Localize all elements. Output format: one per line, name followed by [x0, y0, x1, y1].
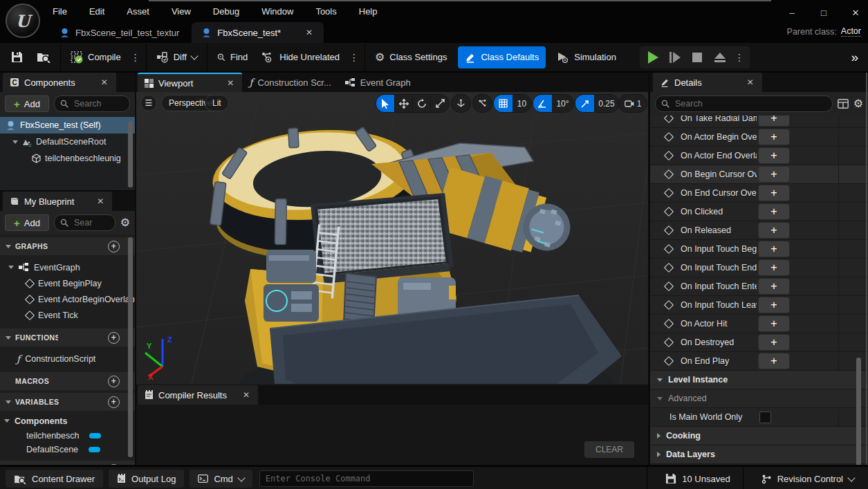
- my-blueprint-scrollbar[interactable]: [128, 237, 133, 457]
- add-event-button[interactable]: +: [758, 166, 790, 183]
- close-panel-icon[interactable]: ✕: [95, 196, 105, 206]
- viewport-3d[interactable]: Z Y X ☰ Perspective Lit: [136, 92, 648, 384]
- play-icon[interactable]: [648, 51, 658, 64]
- event-tick-item[interactable]: Event Tick: [0, 307, 135, 323]
- add-event-button[interactable]: +: [758, 259, 790, 276]
- tab-my-blueprint[interactable]: My Blueprint ✕: [3, 192, 112, 211]
- select-tool-icon[interactable]: [376, 95, 394, 112]
- display-options-icon[interactable]: [838, 99, 849, 109]
- event-row[interactable]: On Actor Hit+: [650, 315, 868, 333]
- tab-compiler-results[interactable]: Compiler Results ✕: [138, 385, 258, 405]
- tab-components[interactable]: C Components ✕: [3, 73, 116, 92]
- content-drawer-button[interactable]: Content Drawer: [6, 470, 103, 488]
- play-options-kebab-icon[interactable]: ⋮: [732, 52, 747, 63]
- macros-section-header[interactable]: MACROS +: [0, 372, 135, 390]
- output-log-button[interactable]: Output Log: [109, 470, 184, 488]
- add-event-button[interactable]: +: [758, 116, 790, 127]
- add-event-button[interactable]: +: [758, 353, 790, 369]
- tree-row-self[interactable]: FbxScene_test (Self): [0, 117, 135, 133]
- lit-button[interactable]: Lit: [205, 95, 229, 111]
- event-row[interactable]: On Begin Cursor Over+: [650, 165, 868, 184]
- construction-script-item[interactable]: ƒ ConstructionScript: [0, 351, 135, 367]
- event-row[interactable]: On Actor End Overlap+: [650, 147, 868, 165]
- my-blueprint-search-input[interactable]: [73, 217, 109, 228]
- add-function-icon[interactable]: +: [108, 332, 120, 344]
- components-search[interactable]: [54, 95, 130, 112]
- menu-edit[interactable]: Edit: [80, 1, 114, 21]
- event-row[interactable]: On Take Radial Damage +: [650, 116, 868, 128]
- eject-icon[interactable]: [714, 53, 726, 62]
- event-row[interactable]: On Clicked+: [650, 203, 868, 221]
- category-level-instance[interactable]: Level Instance: [650, 371, 868, 389]
- clear-button[interactable]: CLEAR: [584, 441, 634, 458]
- details-scrollbar[interactable]: [856, 358, 861, 465]
- details-search[interactable]: [655, 95, 833, 112]
- console-command-input[interactable]: [259, 470, 474, 487]
- tree-row-scene-root[interactable]: C DefaultSceneRoot: [0, 133, 135, 150]
- menu-asset[interactable]: Asset: [117, 1, 159, 21]
- graphs-section-header[interactable]: GRAPHS +: [0, 237, 135, 255]
- collapse-arrow-icon[interactable]: [6, 245, 11, 248]
- event-dispatchers-section-header[interactable]: EVENT DISPATCHERS +: [0, 461, 135, 465]
- add-event-button[interactable]: +: [758, 185, 790, 201]
- close-panel-icon[interactable]: ✕: [746, 77, 755, 87]
- add-event-button[interactable]: +: [758, 334, 790, 351]
- menu-tools[interactable]: Tools: [306, 1, 346, 21]
- simulation-button[interactable]: Simulation: [550, 46, 623, 68]
- stop-icon[interactable]: [692, 53, 702, 62]
- event-row[interactable]: On End Play+: [650, 352, 868, 371]
- add-event-button[interactable]: +: [758, 147, 790, 164]
- rotation-snap-icon[interactable]: [533, 95, 552, 112]
- close-icon[interactable]: ✕: [849, 6, 862, 19]
- expand-arrow-icon[interactable]: [12, 140, 18, 144]
- event-row[interactable]: On Destroyed+: [650, 333, 868, 352]
- add-graph-icon[interactable]: +: [108, 241, 120, 252]
- add-macro-icon[interactable]: +: [108, 376, 120, 387]
- grid-snap-value[interactable]: 10: [513, 95, 531, 112]
- minimize-icon[interactable]: –: [785, 6, 799, 19]
- rotate-tool-icon[interactable]: [412, 95, 430, 112]
- blueprint-settings-gear-icon[interactable]: ⚙: [120, 217, 130, 228]
- variable-type-pill[interactable]: [89, 433, 101, 439]
- menu-window[interactable]: Window: [252, 1, 303, 21]
- add-event-button[interactable]: +: [758, 315, 790, 332]
- unsaved-button[interactable]: * 10 Unsaved: [657, 470, 738, 488]
- asset-tab-fbxscene-test[interactable]: FbxScene_test* ✕: [192, 22, 324, 43]
- grid-snap-icon[interactable]: [494, 95, 513, 112]
- event-row[interactable]: On Actor Begin Overlap+: [650, 128, 868, 147]
- collapse-arrow-icon[interactable]: [6, 400, 11, 404]
- variable-type-pill[interactable]: [89, 447, 100, 452]
- close-tab-icon[interactable]: ✕: [241, 390, 251, 400]
- category-cooking[interactable]: Cooking: [650, 427, 868, 445]
- components-search-input[interactable]: [73, 98, 124, 109]
- rotation-snap-value[interactable]: 10°: [552, 95, 573, 112]
- maximize-icon[interactable]: □: [817, 6, 831, 19]
- revision-control-dropdown[interactable]: Revision Control: [753, 470, 862, 488]
- tab-construction-script[interactable]: ƒ Construction Scr...: [242, 73, 338, 92]
- event-row[interactable]: On Released+: [650, 221, 868, 240]
- details-search-input[interactable]: [674, 98, 827, 109]
- details-settings-gear-icon[interactable]: ⚙: [853, 98, 863, 109]
- surface-snapping-icon[interactable]: [472, 94, 492, 113]
- eventgraph-item[interactable]: EventGraph: [0, 259, 135, 275]
- add-event-button[interactable]: +: [758, 222, 790, 239]
- collapse-arrow-icon[interactable]: [8, 266, 14, 269]
- add-event-button[interactable]: +: [758, 297, 790, 313]
- components-scrollbar[interactable]: [128, 121, 133, 187]
- collapse-arrow-icon[interactable]: [6, 336, 11, 340]
- move-tool-icon[interactable]: [394, 95, 412, 112]
- variables-section-header[interactable]: VARIABLES +: [0, 393, 135, 411]
- tab-details[interactable]: Details ✕: [653, 73, 762, 92]
- browse-asset-button[interactable]: [30, 46, 57, 68]
- scale-snap-value[interactable]: 0.25: [594, 95, 619, 112]
- category-advanced[interactable]: Advanced: [650, 389, 868, 408]
- menu-debug[interactable]: Debug: [203, 1, 249, 21]
- tab-viewport[interactable]: Viewport ✕: [138, 73, 242, 92]
- add-event-button[interactable]: +: [758, 278, 790, 295]
- unreal-logo-icon[interactable]: U: [6, 3, 40, 38]
- add-component-button[interactable]: + Add: [5, 95, 49, 112]
- tab-event-graph[interactable]: Event Graph: [338, 73, 418, 92]
- collapse-arrow-icon[interactable]: [4, 419, 10, 423]
- add-variable-icon[interactable]: +: [108, 396, 120, 408]
- menu-view[interactable]: View: [162, 1, 201, 21]
